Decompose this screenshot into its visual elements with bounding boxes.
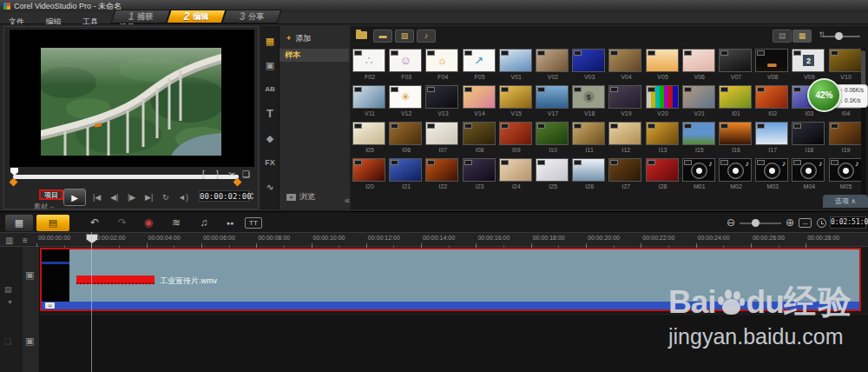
play-button[interactable]: ▶ — [63, 189, 86, 206]
ripple-edit-icon[interactable]: ❏ — [4, 337, 11, 346]
thumbnail[interactable] — [389, 158, 422, 182]
thumbnail[interactable] — [719, 85, 752, 109]
filter-fx-icon[interactable]: FX — [260, 153, 279, 172]
redo-button[interactable]: ↷ — [113, 215, 132, 231]
thumbnail[interactable] — [829, 49, 862, 72]
add-folder-button[interactable]: +添加 — [286, 33, 311, 44]
thumbnail[interactable] — [425, 85, 458, 109]
gallery-item-I23[interactable]: I23 — [463, 158, 497, 191]
cut-clip-button[interactable]: ✂ — [228, 169, 235, 180]
filter-audio-button[interactable]: ♪ — [417, 30, 436, 43]
gallery-item-I15[interactable]: I15 — [682, 122, 717, 155]
gallery-item-I02[interactable]: I02 — [755, 85, 790, 118]
thumbnail[interactable] — [682, 85, 715, 109]
options-tab[interactable]: 选项 ∧ — [823, 195, 868, 208]
thumbnail[interactable] — [646, 85, 679, 109]
gallery-item-I13[interactable]: I13 — [646, 122, 681, 155]
thumbnail[interactable] — [463, 158, 496, 182]
gallery-item-F04[interactable]: ☼F04 — [425, 49, 460, 82]
track-view-icon[interactable]: ▥ — [5, 235, 13, 246]
thumbnail[interactable] — [389, 122, 422, 145]
gallery-item-I28[interactable]: I28 — [646, 158, 681, 191]
thumbnail[interactable]: ↗ — [463, 49, 496, 72]
gallery-item-V05[interactable]: V05 — [646, 49, 681, 82]
thumbnail[interactable] — [719, 49, 752, 72]
gallery-item-I08[interactable]: I08 — [463, 122, 497, 155]
gallery-scrollbar[interactable] — [861, 49, 865, 196]
thumbnail[interactable] — [425, 122, 458, 145]
tab-capture[interactable]: 1捕获 — [110, 10, 170, 23]
gallery-item-I10[interactable]: I10 — [536, 122, 570, 155]
network-monitor-ball[interactable]: 42% — [807, 78, 841, 112]
gallery-item-V14[interactable]: V14 — [463, 85, 497, 118]
fit-project-icon[interactable]: ↔ — [799, 218, 812, 228]
thumbnail[interactable] — [425, 158, 458, 182]
timeline-zoom-slider[interactable] — [740, 223, 781, 224]
clip-mode-button[interactable]: 素材 – — [34, 202, 54, 211]
record-capture-icon[interactable]: ◉ — [139, 215, 158, 231]
video-track-icon[interactable]: ▣ — [25, 269, 34, 281]
thumbnail[interactable]: ♪ — [792, 158, 825, 182]
thumbnail[interactable] — [536, 49, 569, 72]
enlarge-preview-button[interactable]: ❏ — [242, 169, 250, 180]
thumbnail[interactable]: ♪ — [755, 158, 788, 182]
timecode-spinner[interactable]: ▴ ▾ — [251, 190, 253, 201]
thumbnail[interactable] — [572, 158, 605, 182]
thumbnail[interactable] — [608, 85, 641, 109]
project-duration-icon[interactable] — [817, 218, 826, 228]
batch-convert-icon[interactable]: ●● — [220, 215, 240, 231]
volume-button[interactable]: ◄) — [178, 189, 188, 206]
gallery-item-V10[interactable]: V10 — [829, 49, 864, 82]
gallery-item-M01[interactable]: ♪M01 — [682, 158, 717, 191]
project-mode-button[interactable]: 项目 — [39, 189, 63, 200]
thumbnail[interactable] — [536, 158, 569, 182]
gallery-item-M02[interactable]: ♪M02 — [719, 158, 753, 191]
gallery-item-F02[interactable]: ∴F02 — [352, 49, 387, 82]
gallery-item-V12[interactable]: ✳V12 — [389, 85, 424, 118]
timeline-ruler[interactable]: ▥ ≡ 00:00:00:0000:00:02:0000:00:04:0000:… — [0, 232, 868, 247]
gallery-item-V19[interactable]: V19 — [608, 85, 643, 118]
gallery-item-I17[interactable]: I17 — [755, 122, 790, 155]
gallery-item-I19[interactable]: I19 — [829, 122, 864, 155]
thumbnail[interactable]: 2 — [792, 49, 825, 72]
gallery-item-V01[interactable]: V01 — [499, 49, 534, 82]
track-list-icon[interactable]: ≡ — [23, 235, 28, 246]
filter-video-button[interactable]: ▬ — [373, 30, 392, 43]
thumbnail[interactable]: ♪ — [682, 158, 715, 182]
gallery-item-V18[interactable]: 5V18 — [572, 85, 607, 118]
gallery-item-I16[interactable]: I16 — [719, 122, 753, 155]
thumbnail[interactable]: ♪ — [829, 158, 862, 182]
list-view-button[interactable]: ▤ — [773, 30, 792, 43]
gallery-item-V11[interactable]: V11 — [352, 85, 387, 118]
thumbnail[interactable] — [352, 158, 385, 182]
thumbnail[interactable] — [572, 49, 605, 72]
gallery-item-V06[interactable]: V06 — [682, 49, 717, 82]
thumbnail[interactable] — [499, 158, 532, 182]
thumbnail[interactable] — [755, 122, 788, 145]
thumbnail[interactable] — [646, 122, 679, 145]
collapse-panel-button[interactable]: « — [345, 195, 350, 205]
thumbnail[interactable]: ☺ — [389, 49, 422, 72]
thumbnail[interactable]: 5 — [572, 85, 605, 109]
instant-project-icon[interactable]: ▣ — [260, 56, 279, 75]
gallery-item-V20[interactable]: V20 — [646, 85, 681, 118]
gallery-item-I06[interactable]: I06 — [389, 122, 424, 155]
gallery-item-I25[interactable]: I25 — [536, 158, 570, 191]
thumbnail[interactable] — [608, 49, 641, 72]
mark-in-button[interactable]: [ — [202, 169, 205, 180]
overlay-track-icon[interactable]: ▣ — [25, 335, 34, 347]
gallery-item-M04[interactable]: ♪M04 — [792, 158, 826, 191]
thumbnail[interactable] — [463, 122, 496, 145]
tab-share[interactable]: 3分享 — [221, 10, 281, 23]
gallery-item-V21[interactable]: V21 — [682, 85, 717, 118]
gallery-item-I22[interactable]: I22 — [425, 158, 460, 191]
thumbnail[interactable]: ▂ — [755, 49, 788, 72]
thumb-size-slider-handle[interactable] — [835, 32, 843, 40]
thumbnail[interactable] — [608, 122, 641, 145]
thumbnail[interactable]: ♪ — [719, 158, 752, 182]
gallery-item-I18[interactable]: I18 — [792, 122, 826, 155]
gallery-item-I05[interactable]: I05 — [352, 122, 387, 155]
gallery-item-V02[interactable]: V02 — [536, 49, 570, 82]
gallery-item-V04[interactable]: V04 — [608, 49, 643, 82]
home-button[interactable]: |◀ — [93, 189, 101, 206]
